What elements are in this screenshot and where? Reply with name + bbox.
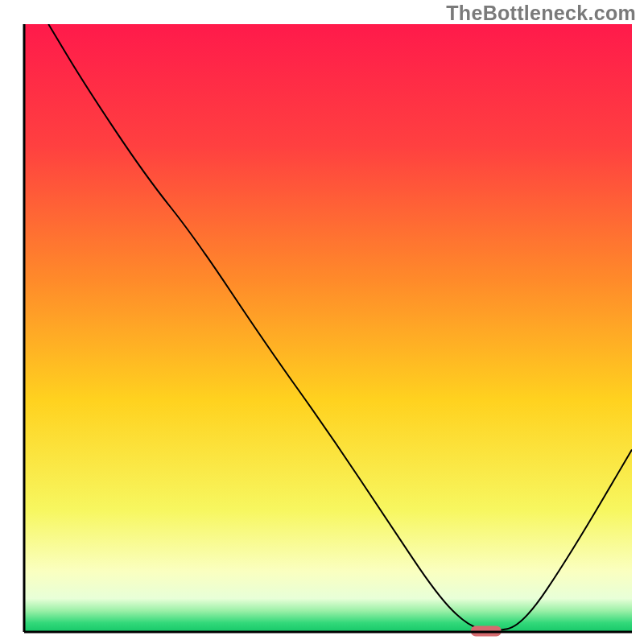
chart-svg	[0, 0, 644, 644]
plot-background	[24, 24, 632, 632]
chart-container: TheBottleneck.com	[0, 0, 644, 644]
watermark-text: TheBottleneck.com	[446, 2, 636, 25]
